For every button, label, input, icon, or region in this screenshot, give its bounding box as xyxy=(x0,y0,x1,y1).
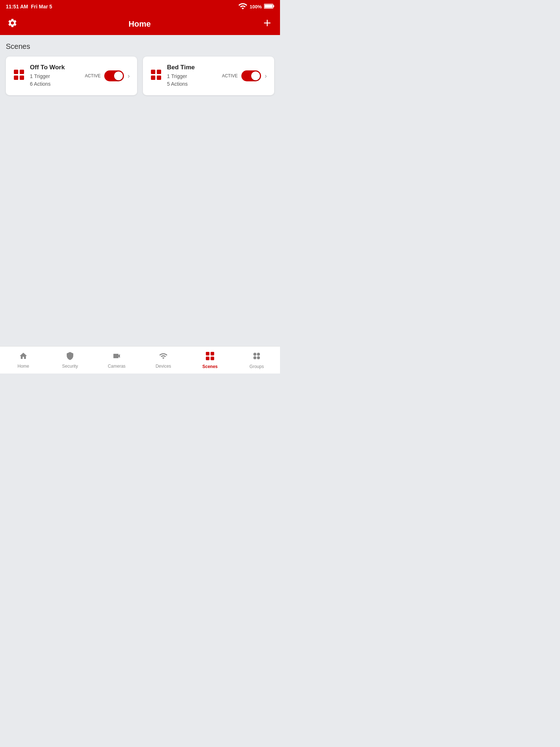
svg-rect-9 xyxy=(151,76,155,80)
nav-label-cameras: Cameras xyxy=(108,364,126,369)
scene-name-bed-time: Bed Time xyxy=(167,64,217,71)
status-bar: 11:51 AM Fri Mar 5 100% xyxy=(0,0,280,13)
bottom-navigation: Home Security Cameras Devices xyxy=(0,346,280,374)
svg-point-16 xyxy=(257,353,260,356)
scene-chevron-bed-time[interactable]: › xyxy=(265,72,267,80)
scene-active-label-off-to-work: ACTIVE xyxy=(85,73,101,78)
scene-info-off-to-work: Off To Work 1 Trigger 6 Actions xyxy=(30,64,80,88)
scene-active-label-bed-time: ACTIVE xyxy=(222,73,238,78)
battery-icon xyxy=(264,4,274,10)
scene-controls-off-to-work: ACTIVE › xyxy=(85,70,130,81)
scenes-icon xyxy=(205,351,215,362)
nav-item-devices[interactable]: Devices xyxy=(140,349,187,372)
wifi-icon xyxy=(238,1,248,12)
svg-rect-4 xyxy=(20,70,24,74)
nav-item-groups[interactable]: Groups xyxy=(233,348,280,372)
scene-controls-bed-time: ACTIVE › xyxy=(222,70,267,81)
scene-actions-bed-time: 5 Actions xyxy=(167,80,217,88)
settings-gear-button[interactable] xyxy=(7,18,18,31)
cameras-icon xyxy=(112,352,121,362)
scene-toggle-bed-time[interactable] xyxy=(241,70,261,81)
svg-rect-13 xyxy=(206,356,210,360)
nav-item-cameras[interactable]: Cameras xyxy=(93,349,140,372)
page-title: Home xyxy=(18,19,262,29)
nav-label-groups: Groups xyxy=(249,364,264,369)
main-content: Scenes Off To Work 1 Trigger 6 Actions A… xyxy=(0,35,280,346)
scene-card-bed-time[interactable]: Bed Time 1 Trigger 5 Actions ACTIVE › xyxy=(143,57,274,95)
svg-point-18 xyxy=(257,356,260,359)
status-date: Fri Mar 5 xyxy=(31,4,52,9)
nav-label-scenes: Scenes xyxy=(202,364,218,369)
scenes-grid: Off To Work 1 Trigger 6 Actions ACTIVE › xyxy=(6,57,274,95)
svg-rect-14 xyxy=(211,356,214,360)
svg-rect-11 xyxy=(206,352,210,355)
svg-rect-8 xyxy=(157,70,161,74)
scene-name-off-to-work: Off To Work xyxy=(30,64,80,71)
scene-actions-off-to-work: 6 Actions xyxy=(30,80,80,88)
svg-rect-12 xyxy=(211,352,214,355)
svg-rect-6 xyxy=(20,76,24,80)
scenes-section-title: Scenes xyxy=(6,42,274,51)
svg-rect-3 xyxy=(14,70,18,74)
nav-item-scenes[interactable]: Scenes xyxy=(187,348,233,372)
battery-percentage: 100% xyxy=(250,4,262,9)
nav-item-security[interactable]: Security xyxy=(47,349,93,372)
scene-toggle-off-to-work[interactable] xyxy=(104,70,124,81)
scene-trigger-off-to-work: 1 Trigger xyxy=(30,73,80,80)
scene-info-bed-time: Bed Time 1 Trigger 5 Actions xyxy=(167,64,217,88)
svg-rect-10 xyxy=(157,76,161,80)
svg-rect-1 xyxy=(273,5,275,7)
nav-label-home: Home xyxy=(18,364,29,369)
scene-icon-off-to-work xyxy=(13,69,25,83)
app-header: Home xyxy=(0,13,280,35)
scene-trigger-bed-time: 1 Trigger xyxy=(167,73,217,80)
svg-point-15 xyxy=(253,353,256,356)
status-time: 11:51 AM xyxy=(6,4,28,9)
nav-label-security: Security xyxy=(62,364,78,369)
svg-rect-2 xyxy=(265,4,273,8)
svg-point-17 xyxy=(253,356,256,359)
nav-item-home[interactable]: Home xyxy=(0,349,47,372)
security-icon xyxy=(66,352,74,362)
add-scene-button[interactable] xyxy=(262,18,273,31)
devices-icon xyxy=(159,352,168,362)
scene-card-off-to-work[interactable]: Off To Work 1 Trigger 6 Actions ACTIVE › xyxy=(6,57,137,95)
nav-label-devices: Devices xyxy=(156,364,171,369)
scene-chevron-off-to-work[interactable]: › xyxy=(128,72,130,80)
status-indicators: 100% xyxy=(238,1,274,12)
svg-rect-7 xyxy=(151,70,155,74)
groups-icon xyxy=(252,351,261,362)
status-time-date: 11:51 AM Fri Mar 5 xyxy=(6,4,52,9)
scene-icon-bed-time xyxy=(150,69,162,83)
home-icon xyxy=(19,352,28,362)
svg-rect-5 xyxy=(14,76,18,80)
